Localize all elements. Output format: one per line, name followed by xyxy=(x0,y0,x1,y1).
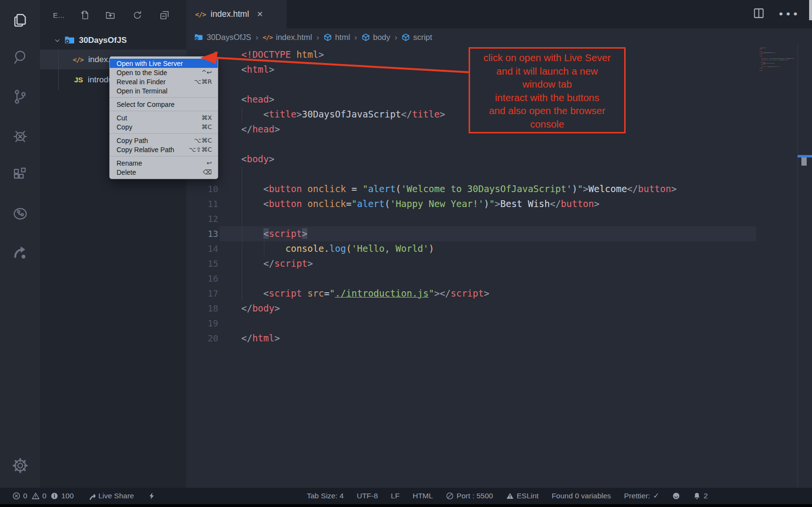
status-item-html[interactable]: HTML xyxy=(413,492,433,500)
line-number: 20 xyxy=(186,331,218,346)
breadcrumb-separator: › xyxy=(394,33,397,42)
status-bar: 00100Live Share Tab Size: 4UTF-8LFHTMLPo… xyxy=(0,488,812,504)
menu-item-shortcut: ↩ xyxy=(207,159,212,167)
status-item-smiley[interactable] xyxy=(672,492,680,500)
menu-item-label: Copy xyxy=(117,123,201,131)
minimap[interactable]: <!DOCTYPE html><html><head> <title>30Day… xyxy=(758,47,795,76)
breadcrumb: 30DaysOfJS›</>index.html›html›body›scrip… xyxy=(194,28,432,46)
status-item-text: LF xyxy=(391,492,400,500)
code-line-15[interactable]: 15 </script> xyxy=(186,256,798,271)
breadcrumb-item-30daysofjs[interactable]: 30DaysOfJS xyxy=(194,33,251,42)
cube-icon xyxy=(362,33,370,41)
code-line-12[interactable]: 12 xyxy=(186,211,798,226)
code-line-14[interactable]: 14 console.log('Hello, World') xyxy=(186,241,798,256)
breadcrumb-item-body[interactable]: body xyxy=(362,33,391,42)
status-item-100[interactable]: 100 xyxy=(51,492,74,500)
menu-item-open-in-terminal[interactable]: Open in Terminal xyxy=(110,86,218,95)
breadcrumb-item-index-html[interactable]: </>index.html xyxy=(262,33,312,42)
status-item-text: 0 xyxy=(23,492,27,500)
code-line-19[interactable]: 19 xyxy=(186,316,798,331)
line-number: 16 xyxy=(186,271,218,286)
menu-item-select-for-compare[interactable]: Select for Compare xyxy=(110,100,218,109)
status-item-tab-size-4[interactable]: Tab Size: 4 xyxy=(307,492,344,500)
menu-item-copy-path[interactable]: Copy Path⌥⌘C xyxy=(110,136,218,145)
breadcrumb-label: html xyxy=(335,33,350,42)
code-line-17[interactable]: 17 <script src="./introduction.js"></scr… xyxy=(186,286,798,301)
status-item-0[interactable]: 0 xyxy=(32,492,47,500)
tree-folder-30daysofjs[interactable]: 30DaysOfJS xyxy=(40,30,186,50)
editor-tab-bar: </> index.html ✕ ••• xyxy=(186,0,812,28)
status-item-utf-8[interactable]: UTF-8 xyxy=(357,492,378,500)
live-share-icon[interactable] xyxy=(0,238,40,267)
search-icon[interactable] xyxy=(0,43,40,72)
status-item-0[interactable]: 0 xyxy=(13,492,27,500)
line-number: 13 xyxy=(186,226,218,241)
html-file-icon: </> xyxy=(73,56,83,64)
status-item-text: ESLint xyxy=(517,492,539,500)
slash-icon xyxy=(446,492,454,500)
menu-item-label: Delete xyxy=(117,169,203,176)
explorer-header: E... xyxy=(40,7,186,23)
code-line-7[interactable]: 7 xyxy=(186,137,798,152)
line-number: 18 xyxy=(186,301,218,316)
menu-item-shortcut: ⌥⇧⌘C xyxy=(189,146,212,153)
menu-item-label: Rename xyxy=(117,159,207,167)
status-item-bolt[interactable] xyxy=(148,492,156,500)
warnfill-icon xyxy=(506,492,514,500)
settings-gear-icon[interactable] xyxy=(0,451,40,480)
code-line-10[interactable]: 10 <button onclick = "alert('Welcome to … xyxy=(186,182,798,196)
html-file-icon: </> xyxy=(195,11,206,18)
code-line-9[interactable]: 9 xyxy=(186,167,798,182)
status-item-eslint[interactable]: ESLint xyxy=(506,492,539,500)
menu-item-cut[interactable]: Cut⌘X xyxy=(110,113,218,122)
activity-bar xyxy=(0,0,40,488)
code-line-16[interactable]: 16 xyxy=(186,271,798,286)
line-number: 15 xyxy=(186,256,218,271)
menu-item-copy[interactable]: Copy⌘C xyxy=(110,122,218,131)
tab-index-html[interactable]: </> index.html ✕ xyxy=(186,0,287,28)
status-item-prettier[interactable]: Prettier:✓ xyxy=(624,492,659,500)
menu-item-open-with-live-server[interactable]: Open with Live Server xyxy=(110,59,218,68)
menu-item-rename[interactable]: Rename↩ xyxy=(110,158,218,168)
extensions-icon[interactable] xyxy=(0,160,40,189)
code-line-8[interactable]: 8<body> xyxy=(186,152,798,167)
code-line-18[interactable]: 18</body> xyxy=(186,301,798,316)
breadcrumb-item-script[interactable]: script xyxy=(402,33,432,42)
menu-item-label: Copy Path xyxy=(117,137,194,144)
line-number: 19 xyxy=(186,316,218,331)
explorer-title: E... xyxy=(53,11,65,19)
js-file-icon: JS xyxy=(74,76,83,84)
more-actions-icon[interactable]: ••• xyxy=(778,8,799,20)
status-item-2[interactable]: 2 xyxy=(693,492,708,500)
new-folder-icon[interactable] xyxy=(103,8,117,22)
debug-icon[interactable] xyxy=(0,121,40,150)
menu-item-shortcut: ⌘C xyxy=(201,123,212,130)
tab-label: index.html xyxy=(210,9,249,19)
code-line-13[interactable]: 13 <script> xyxy=(186,226,798,241)
status-item-found-0-variables[interactable]: Found 0 variables xyxy=(551,492,611,500)
status-item-lf[interactable]: LF xyxy=(391,492,400,500)
menu-item-open-to-the-side[interactable]: Open to the Side^↩ xyxy=(110,68,218,77)
code-line-11[interactable]: 11 <button onclick="alert('Happy New Yea… xyxy=(186,196,798,211)
vscode-window: E... 30DaysOfJS</>index.htmlJSintroducti… xyxy=(0,0,812,507)
explorer-icon[interactable] xyxy=(0,6,40,35)
menu-item-reveal-in-finder[interactable]: Reveal in Finder⌥⌘R xyxy=(110,77,218,86)
annotation-text-line: interact with the buttons xyxy=(470,91,624,104)
status-item-live-share[interactable]: Live Share xyxy=(88,492,134,500)
collapse-all-icon[interactable] xyxy=(157,8,171,22)
code-line-20[interactable]: 20</html> xyxy=(186,331,798,346)
tab-close-icon[interactable]: ✕ xyxy=(257,10,263,19)
breadcrumb-item-html[interactable]: html xyxy=(324,33,350,42)
split-editor-icon[interactable] xyxy=(752,7,765,22)
refresh-icon[interactable] xyxy=(131,8,144,22)
menu-item-copy-relative-path[interactable]: Copy Relative Path⌥⇧⌘C xyxy=(110,145,218,154)
new-file-icon[interactable] xyxy=(79,8,92,22)
menu-item-delete[interactable]: Delete⌫ xyxy=(110,168,218,177)
gitlens-icon[interactable] xyxy=(0,199,40,228)
status-item-port-5500[interactable]: Port : 5500 xyxy=(446,492,493,500)
folder-label: 30DaysOfJS xyxy=(79,36,127,45)
menu-separator xyxy=(110,97,218,98)
source-control-icon[interactable] xyxy=(0,82,40,111)
menu-separator xyxy=(110,156,218,156)
overview-ruler-handle[interactable] xyxy=(801,157,807,166)
